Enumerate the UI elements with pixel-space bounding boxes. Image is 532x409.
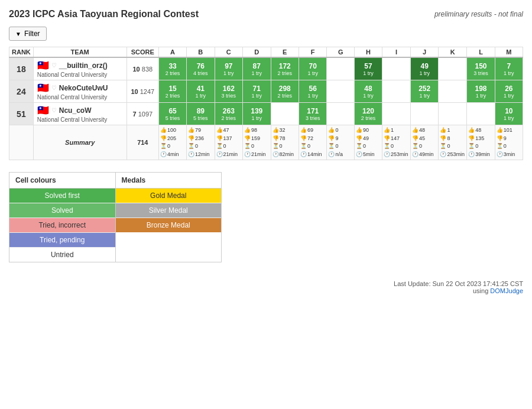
table-row: 51 🇹🇼 ♡ Ncu_coW National Central Univers…: [9, 103, 523, 125]
prob-cell-F: 701 try: [299, 57, 326, 80]
prob-cell-K: [439, 80, 467, 103]
page-title: 2023 ICPC Asia Taoyuan Regional Contest: [9, 9, 199, 20]
score-cell: 7 1097: [126, 103, 158, 125]
last-update: Last Update: Sun 22 Oct 2023 17:41:25 CS…: [9, 280, 523, 287]
legend-colours-title: Cell colours: [9, 173, 115, 189]
prob-cell-C: 1623 tries: [215, 80, 242, 103]
team-cell: 🇹🇼 ♡ __builtin_orz() National Central Un…: [33, 57, 126, 80]
col-header-b: B: [187, 47, 215, 58]
col-header-j: J: [410, 47, 438, 58]
legend-bronze-medal: Bronze Medal: [116, 218, 222, 232]
prob-cell-C: 971 try: [215, 57, 242, 80]
score-cell: 10 1247: [126, 80, 158, 103]
prob-cell-J: 2521 try: [410, 80, 438, 103]
team-name: Ncu_coW: [59, 106, 92, 115]
summary-prob-L: 👍48 👎135 ⏳0 🕐39min: [467, 125, 495, 160]
prob-cell-A: 152 tries: [159, 80, 187, 103]
summary-prob-M: 👍101 👎9 ⏳0 🕐3min: [495, 125, 523, 160]
table-row: 18 🇹🇼 ♡ __builtin_orz() National Central…: [9, 57, 523, 80]
summary-prob-B: 👍79 👎236 ⏳0 🕐12min: [187, 125, 215, 160]
team-name: NekoCuteUwU: [59, 84, 108, 92]
team-heart-icon: ♡: [51, 62, 57, 69]
summary-prob-C: 👍47 👎137 ⏳0 🕐21min: [215, 125, 242, 160]
legend-tried-pending: Tried, pending: [9, 233, 115, 248]
team-university: National Central University: [37, 94, 123, 100]
prob-cell-H: 571 try: [354, 57, 382, 80]
prob-cell-A: 332 tries: [159, 57, 187, 80]
legend-silver-medal: Silver Medal: [116, 203, 222, 218]
footer: Last Update: Sun 22 Oct 2023 17:41:25 CS…: [9, 280, 523, 294]
team-flag: 🇹🇼: [37, 82, 49, 93]
using-line: using DOMJudge: [9, 287, 523, 294]
rank-cell: 24: [9, 80, 34, 103]
legend-gold-medal: Gold Medal: [116, 189, 222, 203]
prob-cell-A: 655 tries: [159, 103, 187, 125]
rank-cell: 18: [9, 57, 34, 80]
legend-tried-incorrect: Tried, incorrect: [9, 218, 115, 233]
prob-cell-G: [327, 80, 355, 103]
prob-cell-M: 71 try: [495, 57, 523, 80]
col-header-f: F: [299, 47, 326, 58]
prob-cell-G: [327, 103, 355, 125]
prob-cell-J: [410, 103, 438, 125]
prob-cell-K: [439, 57, 467, 80]
summary-prob-H: 👍90 👎49 ⏳0 🕐5min: [354, 125, 382, 160]
prob-cell-H: 481 try: [354, 80, 382, 103]
prob-cell-L: 1981 try: [467, 80, 495, 103]
col-header-h: H: [354, 47, 382, 58]
col-header-e: E: [271, 47, 299, 58]
prob-cell-I: [382, 57, 411, 80]
prob-cell-D: 871 try: [243, 57, 271, 80]
legend-colours-col: Cell colours Solved first Solved Tried, …: [9, 173, 116, 262]
team-university: National Central University: [37, 116, 123, 123]
summary-row: Summary714 👍100 👎205 ⏳0 🕐4min 👍79 👎236 ⏳…: [9, 125, 523, 160]
prob-cell-D: 711 try: [243, 80, 271, 103]
table-row: 24 🇹🇼 ♡ NekoCuteUwU National Central Uni…: [9, 80, 523, 103]
legend-medals-col: Medals Gold Medal Silver Medal Bronze Me…: [116, 173, 222, 262]
col-header-score: SCORE: [126, 47, 158, 58]
prob-cell-L: [467, 103, 495, 125]
col-header-l: L: [467, 47, 495, 58]
col-header-d: D: [243, 47, 271, 58]
prob-cell-F: 1713 tries: [299, 103, 326, 125]
team-flag: 🇹🇼: [37, 105, 49, 116]
summary-prob-K: 👍1 👎8 ⏳0 🕐253min: [439, 125, 467, 160]
team-cell: 🇹🇼 ♡ NekoCuteUwU National Central Univer…: [33, 80, 126, 103]
prob-cell-J: 491 try: [410, 57, 438, 80]
team-cell: 🇹🇼 ♡ Ncu_coW National Central University: [33, 103, 126, 125]
prob-cell-C: 2632 tries: [215, 103, 242, 125]
domjudge-link[interactable]: DOMJudge: [490, 287, 523, 294]
summary-label: Summary: [33, 125, 126, 160]
prob-cell-E: 2982 tries: [271, 80, 299, 103]
prob-cell-B: 895 tries: [187, 103, 215, 125]
prob-cell-E: [271, 103, 299, 125]
legend-solved: Solved: [9, 203, 115, 218]
col-header-a: A: [159, 47, 187, 58]
team-flag: 🇹🇼: [37, 60, 49, 71]
filter-button[interactable]: ▼ Filter: [9, 27, 47, 41]
prob-cell-B: 411 try: [187, 80, 215, 103]
prob-cell-F: 561 try: [299, 80, 326, 103]
summary-prob-F: 👍69 👎72 ⏳0 🕐14min: [299, 125, 326, 160]
scoreboard-table: RANK TEAM SCORE A B C D E F G H I J K L …: [9, 47, 523, 160]
prob-cell-I: [382, 103, 411, 125]
prob-cell-I: [382, 80, 411, 103]
prob-cell-K: [439, 103, 467, 125]
team-name: __builtin_orz(): [59, 61, 108, 70]
score-cell: 10 838: [126, 57, 158, 80]
legend-section: Cell colours Solved first Solved Tried, …: [9, 172, 222, 262]
summary-prob-G: 👍0 👎9 ⏳0 🕐n/a: [327, 125, 355, 160]
col-header-c: C: [215, 47, 242, 58]
prob-cell-E: 1722 tries: [271, 57, 299, 80]
prob-cell-L: 1503 tries: [467, 57, 495, 80]
col-header-g: G: [327, 47, 355, 58]
col-header-i: I: [382, 47, 411, 58]
summary-prob-J: 👍48 👎45 ⏳0 🕐49min: [410, 125, 438, 160]
team-university: National Central University: [37, 72, 123, 78]
summary-prob-D: 👍98 👎159 ⏳0 🕐21min: [243, 125, 271, 160]
prob-cell-H: 1202 tries: [354, 103, 382, 125]
col-header-m: M: [495, 47, 523, 58]
filter-label: Filter: [24, 30, 40, 38]
col-header-team: TEAM: [33, 47, 126, 58]
team-heart-icon: ♡: [51, 85, 57, 91]
